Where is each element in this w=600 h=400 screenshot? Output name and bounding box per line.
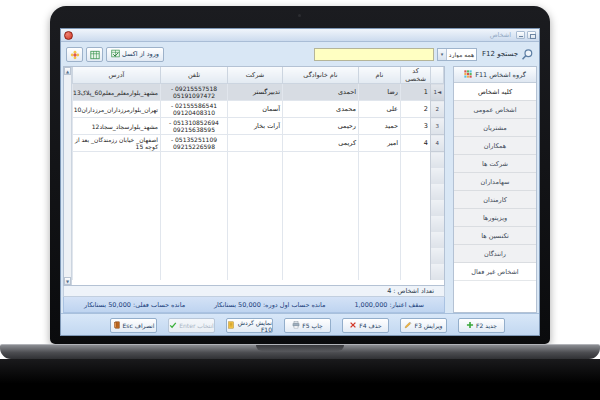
column-header-family[interactable]: نام خانوادگی (283, 67, 359, 84)
sidebar-item[interactable]: ویزیتورها (454, 209, 536, 227)
empty-cell (228, 168, 283, 184)
window-maximize-button[interactable] (527, 31, 536, 39)
sidebar-item[interactable]: سهامداران (454, 173, 536, 191)
empty-cell (73, 248, 161, 264)
cell-name: رضا (359, 84, 401, 101)
table-row[interactable]: ◄11رضااحمدیتدبیرگستر09215557518 - 051910… (73, 84, 444, 101)
toolbar-excel-button[interactable] (86, 47, 103, 62)
scroll-down-icon[interactable]: ▼ (64, 277, 71, 285)
sidebar-item[interactable]: کارمندان (454, 191, 536, 209)
row-indicator-cell: 3 (431, 118, 444, 135)
cell-code: 2 (401, 101, 431, 118)
empty-cell (161, 264, 228, 280)
empty-cell (359, 232, 401, 248)
empty-cell (283, 232, 359, 248)
empty-table-row (73, 264, 444, 280)
footer-button[interactable]: چاپ F5 (284, 318, 331, 333)
column-header-phone[interactable]: تلفن (161, 67, 228, 84)
footer-button-label: ویرایش F3 (414, 322, 442, 329)
footer-button[interactable]: ویرایش F3 (400, 318, 447, 333)
footer-button[interactable]: جدید F2 (458, 318, 505, 333)
row-indicator-cell: 4 (431, 135, 444, 152)
row-indicator-header (431, 67, 444, 84)
import-from-excel-button[interactable]: ورود از اکسل (106, 47, 164, 62)
sidebar-item[interactable]: شرکت ها (454, 155, 536, 173)
table-row[interactable]: 44امیرکریمی05135251109 - 09215226598اصفه… (73, 135, 444, 152)
sidebar-item[interactable]: تکنسین ها (454, 227, 536, 245)
search-scope-dropdown[interactable]: همه موارد ▾ (437, 48, 477, 61)
table-scrollbar[interactable]: ▲ ▼ (64, 67, 72, 285)
column-header-company[interactable]: شرکت (228, 67, 283, 84)
import-from-excel-label: ورود از اکسل (122, 50, 159, 58)
status-bar: تعداد اشخاص : 4 (63, 286, 445, 297)
plus-icon (466, 321, 474, 330)
empty-cell (359, 168, 401, 184)
empty-table-row (73, 200, 444, 216)
row-indicator-cell: 2 (431, 101, 444, 118)
exit-icon (113, 321, 121, 330)
empty-cell (283, 248, 359, 264)
delete-x-icon (349, 321, 357, 330)
sidebar-item[interactable]: همکاران (454, 137, 536, 155)
empty-table-row (73, 152, 444, 169)
row-indicator-cell (431, 232, 444, 248)
footer-button[interactable]: حذف F4 (342, 318, 389, 333)
column-header-address[interactable]: آدرس (73, 67, 161, 84)
content-area: گروه اشخاص F11 کلیه اشخاصاشخاص عمومیمشتر… (61, 66, 539, 313)
table-header-row: کد شخصی نام نام خانوادگی شرکت تلفن آدرس (73, 67, 444, 84)
check-icon (169, 321, 177, 330)
footer-button[interactable]: انتخاب Enter (168, 318, 215, 333)
scroll-up-icon[interactable]: ▲ (64, 67, 71, 75)
footer-button[interactable]: نمایش گردش F10 (226, 318, 273, 333)
laptop-bezel: اشخاص جستجو F12 همه موارد ▾ ورود از اکسل (50, 6, 550, 344)
empty-table-row (73, 184, 444, 200)
footer-button-label: جدید F2 (476, 322, 497, 329)
column-header-code[interactable]: کد شخصی (401, 67, 431, 84)
row-indicator-cell (431, 168, 444, 184)
excel-import-icon (111, 49, 120, 60)
search-input[interactable] (314, 48, 434, 61)
current-balance-label: مانده حساب فعلی: 50,000 بستانکار (84, 301, 185, 309)
row-indicator-cell (431, 248, 444, 264)
empty-cell (359, 152, 401, 169)
webcam-dot (298, 14, 301, 17)
person-groups-sidebar: گروه اشخاص F11 کلیه اشخاصاشخاص عمومیمشتر… (453, 66, 537, 313)
cell-address: اصفهان_ خیابان رزمندگان_ بعد از کوچه 15 (73, 135, 161, 152)
sidebar-item[interactable]: اشخاص عمومی (454, 101, 536, 119)
toolbar: جستجو F12 همه موارد ▾ ورود از اکسل (61, 42, 539, 66)
cell-company: آسمان (228, 101, 283, 118)
sidebar-item[interactable]: کلیه اشخاص (454, 83, 536, 101)
column-header-name[interactable]: نام (359, 67, 401, 84)
toolbar-settings-button[interactable] (66, 47, 83, 62)
sidebar-item[interactable]: اشخاص غیر فعال (454, 263, 536, 281)
empty-cell (161, 248, 228, 264)
empty-table-row (73, 248, 444, 264)
sidebar-item[interactable]: مشتریان (454, 119, 536, 137)
table-row[interactable]: 33حمیدرحیمیآرات بخار051310852694 - 09215… (73, 118, 444, 135)
ledger-icon (227, 321, 235, 330)
row-indicator-cell (431, 200, 444, 216)
empty-cell (73, 216, 161, 232)
empty-cell (359, 184, 401, 200)
sidebar-item[interactable]: رانندگان (454, 245, 536, 263)
empty-cell (283, 200, 359, 216)
empty-cell (228, 264, 283, 280)
window-close-button[interactable] (64, 31, 73, 40)
footer-button-label: انصراف Esc (123, 322, 155, 329)
empty-cell (228, 232, 283, 248)
cell-company: تدبیرگستر (228, 84, 283, 101)
footer-button-label: انتخاب Enter (179, 322, 214, 329)
groups-grid-icon (464, 70, 472, 80)
page: { "window": { "title": "اشخاص" }, "toolb… (0, 0, 600, 400)
laptop-underside (0, 359, 600, 400)
empty-cell (161, 184, 228, 200)
footer-button-bar: جدید F2ویرایش F3حذف F4چاپ F5نمایش گردش F… (61, 313, 539, 336)
table-row[interactable]: 22علیمحمدیآسمان02155586541 - 09120408310… (73, 101, 444, 118)
window-minimize-button[interactable] (516, 31, 525, 39)
footer-button[interactable]: انصراف Esc (110, 318, 157, 333)
empty-cell (161, 168, 228, 184)
cell-name: علی (359, 101, 401, 118)
cell-phone: 02155586541 - 09120408310 (161, 101, 228, 118)
empty-cell (359, 200, 401, 216)
empty-cell (73, 264, 161, 280)
